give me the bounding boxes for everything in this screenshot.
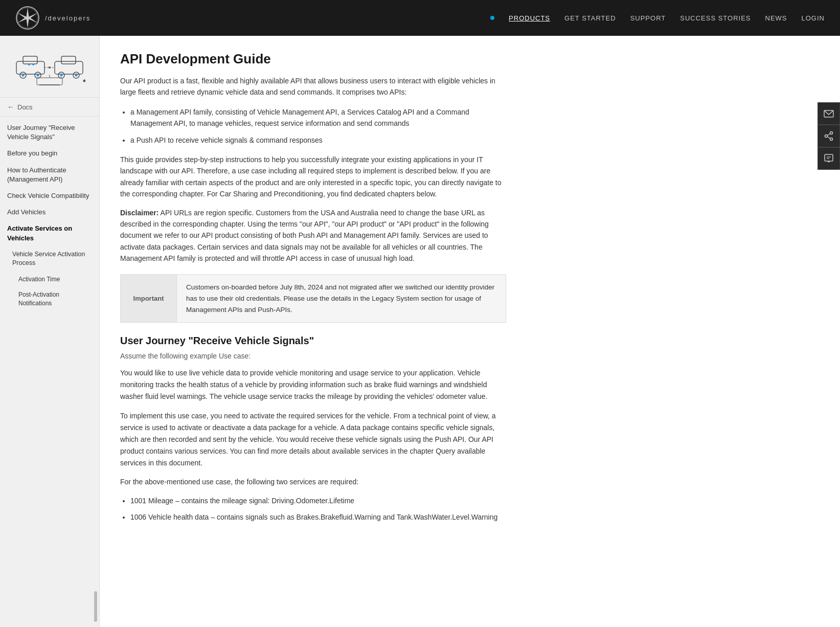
- bullet-push-api: a Push API to receive vehicle signals & …: [130, 135, 506, 146]
- bullet-management-api: a Management API family, consisting of V…: [130, 106, 506, 129]
- sidebar-item-vehicle-service[interactable]: Vehicle Service Activation Process: [0, 247, 99, 272]
- svg-point-19: [60, 74, 63, 77]
- sidebar-item-authenticate[interactable]: How to Authenticate (Management API): [0, 162, 99, 188]
- user-journey-title: User Journey "Receive Vehicle Signals": [120, 335, 506, 347]
- svg-point-31: [825, 135, 828, 138]
- implement-text: To implement this use case, you need to …: [120, 410, 506, 469]
- email-icon: [824, 108, 834, 119]
- sidebar-item-activate-services[interactable]: Activate Services on Vehicles: [0, 220, 99, 246]
- main-content: API Development Guide Our API product is…: [100, 36, 532, 627]
- service-mileage: 1001 Mileage – contains the mileage sign…: [130, 495, 506, 506]
- disclaimer-text: API URLs are region specific. Customers …: [120, 209, 489, 263]
- assume-text: Assume the following example Use case:: [120, 352, 506, 360]
- back-arrow-icon: ←: [7, 103, 14, 111]
- sidebar-link-post-activation[interactable]: Post-Activation Notifications: [0, 287, 99, 311]
- svg-rect-9: [16, 61, 44, 74]
- svg-point-32: [830, 138, 833, 141]
- sidebar-docs-header[interactable]: ← Docs: [0, 98, 99, 117]
- svg-point-26: [28, 63, 30, 65]
- sidebar-item-check-vehicle[interactable]: Check Vehicle Compatibility: [0, 188, 99, 204]
- svg-point-13: [22, 74, 25, 77]
- svg-point-14: [37, 74, 39, 77]
- docs-label: Docs: [17, 103, 33, 111]
- share-icon: [824, 131, 834, 141]
- svg-rect-15: [55, 61, 83, 74]
- active-indicator: [490, 16, 494, 20]
- feedback-icon: [824, 153, 834, 164]
- sidebar: ← Docs User Journey "Receive Vehicle Sig…: [0, 36, 100, 627]
- navbar-logo: /developers: [15, 6, 90, 30]
- guide-text: This guide provides step-by-step instruc…: [120, 154, 506, 200]
- page-title: API Development Guide: [120, 51, 506, 67]
- navbar-brand: /developers: [45, 14, 90, 22]
- sidebar-illustration: [14, 46, 85, 87]
- sidebar-item-post-activation[interactable]: Post-Activation Notifications: [0, 287, 99, 311]
- right-sidebar: [818, 102, 840, 170]
- page-wrapper: ← Docs User Journey "Receive Vehicle Sig…: [0, 36, 840, 627]
- sidebar-link-vehicle-service[interactable]: Vehicle Service Activation Process: [0, 247, 99, 272]
- sidebar-nav: User Journey "Receive Vehicle Signals" B…: [0, 117, 99, 315]
- svg-rect-23: [37, 78, 62, 85]
- sidebar-link-check-vehicle[interactable]: Check Vehicle Compatibility: [0, 188, 99, 204]
- svg-marker-38: [827, 161, 830, 163]
- important-label: Important: [121, 275, 177, 322]
- nav-news[interactable]: NEWS: [765, 14, 787, 22]
- use-case-text: You would like to use live vehicle data …: [120, 367, 506, 402]
- sidebar-link-user-journey[interactable]: User Journey "Receive Vehicle Signals": [0, 120, 99, 145]
- svg-point-22: [49, 66, 51, 69]
- navbar-links: PRODUCTS GET STARTED SUPPORT SUCCESS STO…: [490, 14, 825, 22]
- important-box: Important Customers on-boarded before Ju…: [120, 274, 506, 323]
- navbar: /developers PRODUCTS GET STARTED SUPPORT…: [0, 0, 840, 36]
- svg-rect-10: [23, 56, 37, 64]
- svg-point-30: [830, 132, 833, 135]
- share-button[interactable]: [818, 125, 840, 147]
- svg-rect-35: [825, 154, 833, 161]
- intro-text: Our API product is a fast, flexible and …: [120, 75, 506, 98]
- sidebar-link-activation-time[interactable]: Activation Time: [0, 272, 99, 287]
- disclaimer-paragraph: Disclaimer: API URLs are region specific…: [120, 207, 506, 264]
- sidebar-link-add-vehicles[interactable]: Add Vehicles: [0, 204, 99, 220]
- nav-support[interactable]: SUPPORT: [630, 14, 666, 22]
- nav-login[interactable]: LOGIN: [802, 14, 825, 22]
- mercedes-star-logo: [15, 6, 40, 30]
- svg-line-34: [827, 137, 830, 139]
- services-bullets: 1001 Mileage – contains the mileage sign…: [130, 495, 506, 523]
- sidebar-logo-box: [0, 36, 99, 98]
- svg-point-20: [75, 74, 78, 77]
- svg-point-8: [26, 16, 30, 20]
- important-content: Customers on-boarded before July 8th, 20…: [177, 275, 506, 322]
- sidebar-link-authenticate[interactable]: How to Authenticate (Management API): [0, 162, 99, 188]
- disclaimer-label: Disclaimer:: [120, 209, 158, 217]
- svg-rect-16: [61, 56, 76, 64]
- service-health: 1006 Vehicle health data – contains sign…: [130, 511, 506, 523]
- svg-line-33: [827, 133, 830, 136]
- services-text: For the above-mentioned use case, the fo…: [120, 476, 506, 488]
- sidebar-link-before-begin[interactable]: Before you begin: [0, 145, 99, 162]
- nav-products[interactable]: PRODUCTS: [509, 14, 550, 22]
- sidebar-item-add-vehicles[interactable]: Add Vehicles: [0, 204, 99, 220]
- svg-point-27: [32, 63, 34, 65]
- nav-success-stories[interactable]: SUCCESS STORIES: [680, 14, 751, 22]
- nav-get-started[interactable]: GET STARTED: [564, 14, 616, 22]
- intro-bullets: a Management API family, consisting of V…: [130, 106, 506, 146]
- feedback-button[interactable]: [818, 147, 840, 170]
- svg-point-28: [83, 80, 86, 82]
- sidebar-item-user-journey[interactable]: User Journey "Receive Vehicle Signals": [0, 120, 99, 145]
- sidebar-item-before-begin[interactable]: Before you begin: [0, 145, 99, 162]
- sidebar-item-activation-time[interactable]: Activation Time: [0, 272, 99, 287]
- email-button[interactable]: [818, 102, 840, 125]
- sidebar-scroll-indicator: [94, 591, 97, 622]
- sidebar-link-activate-services[interactable]: Activate Services on Vehicles: [0, 220, 99, 246]
